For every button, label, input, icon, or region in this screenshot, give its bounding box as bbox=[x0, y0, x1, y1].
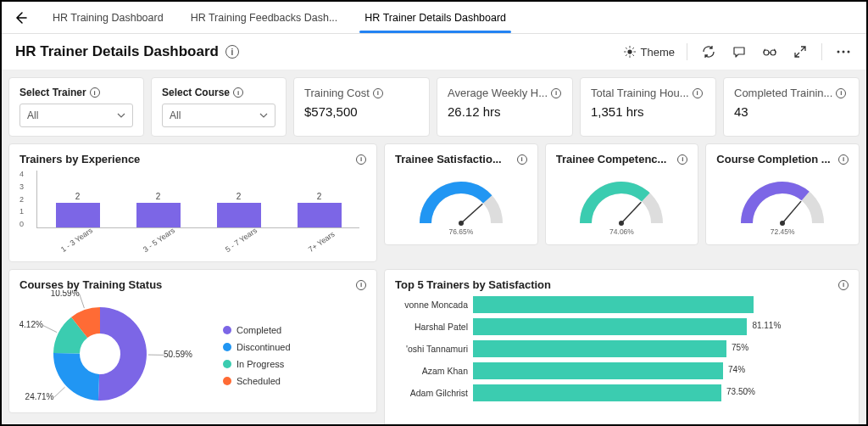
info-icon[interactable]: i bbox=[356, 154, 366, 165]
filter-trainer-label: Select Traineri bbox=[19, 87, 133, 98]
select-value: All bbox=[170, 109, 181, 121]
tab-hr-training[interactable]: HR Training Dashboard bbox=[39, 2, 177, 33]
filter-trainer-select[interactable]: All bbox=[19, 104, 133, 127]
hbar-row: 'oshi Tannamuri75% bbox=[395, 340, 849, 357]
gauge-trainee-competence: Trainee Competenc...i 74.06% bbox=[545, 143, 699, 245]
svg-point-9 bbox=[619, 221, 624, 226]
info-icon[interactable]: i bbox=[836, 88, 846, 98]
metric-label: Average Weekly H... bbox=[448, 87, 548, 99]
tab-hr-feedbacks[interactable]: HR Training Feedbacks Dash... bbox=[177, 2, 352, 33]
glasses-button[interactable] bbox=[760, 42, 779, 61]
legend-label: In Progress bbox=[236, 359, 284, 369]
hbar-fill bbox=[473, 340, 726, 357]
hbar-plot[interactable]: vonne MoncadaHarshal Patel81.11%'oshi Ta… bbox=[395, 296, 849, 401]
svg-point-3 bbox=[837, 51, 840, 53]
hbar-fill bbox=[473, 318, 747, 335]
info-icon[interactable]: i bbox=[551, 88, 561, 98]
legend-swatch bbox=[223, 326, 231, 334]
hbar-label: vonne Moncada bbox=[395, 300, 468, 310]
hbar-row: vonne Moncada bbox=[395, 296, 849, 313]
hbar-value-label: 75% bbox=[732, 343, 748, 352]
chart-trainers-by-experience: Trainers by Experiencei 4321022221 - 3 Y… bbox=[8, 143, 377, 262]
metric-label: Completed Trainin... bbox=[734, 87, 832, 99]
legend-item[interactable]: Completed bbox=[223, 325, 291, 335]
svg-line-18 bbox=[80, 294, 85, 308]
info-icon[interactable]: i bbox=[838, 154, 849, 165]
metric-completed-trainings: Completed Trainin...i 43 bbox=[723, 77, 860, 137]
refresh-button[interactable] bbox=[699, 42, 718, 61]
donut-legend: CompletedDiscontinuedIn ProgressSchedule… bbox=[223, 325, 291, 386]
svg-point-7 bbox=[459, 221, 464, 226]
chevron-down-icon bbox=[259, 113, 268, 118]
legend-swatch bbox=[223, 377, 231, 385]
metrics-row: Select Traineri All Select Coursei All T… bbox=[2, 70, 866, 143]
svg-point-11 bbox=[780, 221, 785, 226]
info-icon[interactable]: i bbox=[225, 45, 239, 59]
tab-bar: HR Training Dashboard HR Training Feedba… bbox=[2, 2, 866, 34]
svg-text:14.12%: 14.12% bbox=[19, 320, 43, 329]
ellipsis-icon bbox=[837, 50, 850, 53]
glasses-icon bbox=[762, 46, 777, 58]
info-icon[interactable]: i bbox=[233, 87, 243, 98]
hbar-label: Azam Khan bbox=[395, 366, 468, 376]
select-value: All bbox=[27, 109, 38, 121]
gauge-plot[interactable]: 72.45% bbox=[716, 171, 849, 236]
sparkle-icon bbox=[624, 46, 636, 58]
info-icon[interactable]: i bbox=[677, 154, 687, 165]
gauge-plot[interactable]: 74.06% bbox=[556, 171, 688, 236]
toolbar: Theme bbox=[624, 42, 853, 61]
donut-plot[interactable]: 50.59%24.71%14.12%10.59% bbox=[19, 290, 214, 413]
legend-label: Completed bbox=[236, 325, 281, 335]
legend-item[interactable]: Scheduled bbox=[223, 376, 291, 386]
filter-trainer-card: Select Traineri All bbox=[8, 77, 144, 137]
hbar-label: 'oshi Tannamuri bbox=[395, 344, 468, 354]
info-icon[interactable]: i bbox=[693, 88, 703, 98]
filter-course-select[interactable]: All bbox=[162, 104, 275, 127]
toolbar-divider bbox=[687, 43, 687, 60]
label-text: Select Course bbox=[162, 87, 230, 98]
legend-item[interactable]: Discontinued bbox=[223, 342, 291, 352]
page-title: HR Trainer Details Dashboard bbox=[15, 43, 219, 60]
chart-title: Top 5 Trainers by Satisfaction bbox=[395, 278, 551, 291]
tab-label: HR Training Dashboard bbox=[53, 12, 164, 24]
metric-value: 26.12 hrs bbox=[448, 104, 562, 119]
svg-line-14 bbox=[54, 387, 65, 397]
metric-avg-weekly: Average Weekly H...i 26.12 hrs bbox=[437, 77, 573, 137]
hbar-row: Adam Gilchrist73.50% bbox=[395, 384, 849, 401]
chat-bubble-icon bbox=[732, 45, 746, 59]
gauge-value-label: 74.06% bbox=[609, 227, 634, 236]
back-button[interactable] bbox=[8, 6, 32, 30]
metric-total-hours: Total Training Hou...i 1,351 hrs bbox=[580, 77, 716, 137]
hbar-fill bbox=[473, 296, 754, 313]
legend-item[interactable]: In Progress bbox=[223, 359, 291, 369]
hbar-fill bbox=[473, 362, 723, 379]
info-icon[interactable]: i bbox=[838, 280, 849, 290]
hbar-row: Azam Khan74% bbox=[395, 362, 849, 379]
chart-title: Courses by Training Status bbox=[19, 278, 162, 291]
tab-label: HR Training Feedbacks Dash... bbox=[191, 12, 338, 24]
theme-button[interactable]: Theme bbox=[624, 46, 675, 59]
comment-button[interactable] bbox=[730, 42, 748, 61]
metric-value: 1,351 hrs bbox=[591, 104, 705, 119]
chart-top5-trainers: Top 5 Trainers by Satisfactioni vonne Mo… bbox=[384, 269, 860, 426]
gauge-plot[interactable]: 76.65% bbox=[395, 171, 527, 236]
info-icon[interactable]: i bbox=[356, 280, 366, 290]
svg-line-10 bbox=[782, 201, 801, 223]
bar-chart-plot[interactable]: 4321022221 - 3 Years3 - 5 Years5 - 7 Yea… bbox=[19, 171, 366, 245]
gauge-trainee-satisfaction: Trainee Satisfactio...i 76.65% bbox=[384, 143, 538, 245]
svg-text:24.71%: 24.71% bbox=[25, 392, 54, 401]
gauge-value-label: 76.65% bbox=[448, 227, 473, 236]
title-bar: HR Trainer Details Dashboard i Theme bbox=[2, 34, 866, 70]
info-icon[interactable]: i bbox=[373, 88, 383, 98]
info-icon[interactable]: i bbox=[90, 87, 100, 98]
filter-course-label: Select Coursei bbox=[162, 87, 275, 98]
metric-value: 43 bbox=[734, 104, 849, 119]
metric-training-cost: Training Costi $573,500 bbox=[293, 77, 430, 137]
metric-label: Training Cost bbox=[304, 87, 370, 99]
fullscreen-button[interactable] bbox=[791, 42, 810, 61]
toolbar-divider bbox=[821, 43, 822, 60]
info-icon[interactable]: i bbox=[517, 154, 527, 165]
tab-hr-trainer-details[interactable]: HR Trainer Details Dashboard bbox=[351, 2, 520, 33]
hbar-value-label: 81.11% bbox=[752, 321, 781, 330]
more-button[interactable] bbox=[834, 42, 853, 61]
